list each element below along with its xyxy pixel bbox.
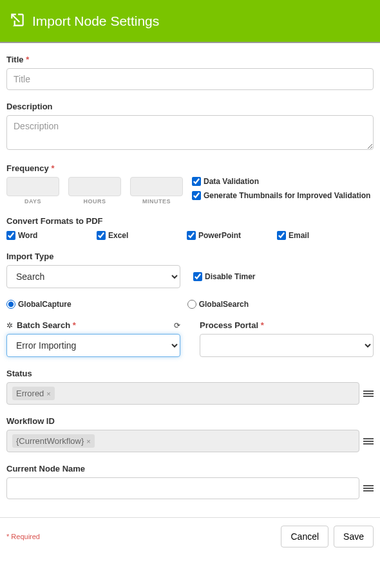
globalsearch-radio[interactable]: GlobalSearch [187,300,249,309]
disable-timer-checkbox[interactable]: Disable Timer [193,272,255,281]
import-type-label: Import Type [6,252,374,261]
frequency-label: Frequency * [6,163,374,173]
batch-search-col: ✲ Batch Search * ⟳ Error Importing [6,320,180,357]
import-type-group: Import Type Search Disable Timer [6,252,374,288]
workflow-id-group: Workflow ID {CurrentWorkflow} × [6,416,374,452]
dialog-footer: * Required Cancel Save [0,517,380,558]
status-label: Status [6,369,374,378]
minutes-input[interactable] [130,177,183,196]
batch-search-label: Batch Search * [17,320,76,330]
save-button[interactable]: Save [334,526,374,547]
status-field[interactable]: Errored × [6,382,359,405]
current-node-label: Current Node Name [6,464,374,473]
minutes-caption: MINUTES [142,198,171,205]
generate-thumbnails-checkbox[interactable]: Generate Thumbnails for Improved Validat… [192,191,370,200]
convert-email[interactable]: Email [277,231,341,240]
batch-search-select[interactable]: Error Importing [6,334,180,357]
source-group: GlobalCapture GlobalSearch ✲ Batch Searc… [6,300,374,357]
current-node-group: Current Node Name [6,464,374,499]
menu-icon[interactable] [363,390,374,397]
remove-tag-icon[interactable]: × [46,390,50,398]
current-node-field[interactable] [6,477,359,499]
generate-thumbnails-input[interactable] [192,191,201,200]
convert-group: Convert Formats to PDF Word Excel PowerP… [6,216,374,240]
hours-caption: HOURS [83,198,106,205]
convert-powerpoint[interactable]: PowerPoint [187,231,251,240]
title-label: Title * [6,55,374,64]
data-validation-input[interactable] [192,177,201,186]
generate-thumbnails-label: Generate Thumbnails for Improved Validat… [204,191,370,200]
dialog-header: Import Node Settings [0,0,380,43]
dialog-title: Import Node Settings [32,14,159,29]
title-group: Title * [6,55,374,90]
status-group: Status Errored × [6,369,374,405]
convert-label: Convert Formats to PDF [6,216,374,226]
data-validation-label: Data Validation [204,177,259,186]
menu-icon[interactable] [363,485,374,492]
remove-tag-icon[interactable]: × [86,437,90,445]
convert-excel[interactable]: Excel [97,231,161,240]
process-portal-select[interactable] [200,334,374,357]
globalcapture-radio[interactable]: GlobalCapture [6,300,71,309]
frequency-group: Frequency * DAYS HOURS MINUTES Data Vali… [6,163,374,205]
import-type-select[interactable]: Search [6,265,180,288]
cancel-button[interactable]: Cancel [281,526,328,547]
process-portal-col: Process Portal * [200,320,374,357]
frequency-hours: HOURS [68,177,121,205]
process-portal-label: Process Portal * [200,320,264,330]
description-input[interactable] [6,115,374,150]
menu-icon[interactable] [363,438,374,445]
frequency-days: DAYS [6,177,59,205]
frequency-minutes: MINUTES [130,177,183,205]
workflow-id-field[interactable]: {CurrentWorkflow} × [6,430,359,452]
status-tag: Errored × [12,387,55,400]
gear-icon[interactable]: ✲ [6,321,13,330]
days-caption: DAYS [24,198,41,205]
workflow-id-label: Workflow ID [6,416,374,426]
convert-word[interactable]: Word [6,231,71,240]
description-label: Description [6,102,374,111]
required-note: * Required [6,533,40,540]
form-body: Title * Description Frequency * DAYS HOU… [0,43,380,517]
title-input[interactable] [6,68,374,90]
description-group: Description [6,102,374,152]
data-validation-checkbox[interactable]: Data Validation [192,177,370,186]
refresh-icon[interactable]: ⟳ [174,321,180,330]
hours-input[interactable] [68,177,121,196]
workflow-id-tag: {CurrentWorkflow} × [12,434,95,448]
import-icon [9,12,26,30]
days-input[interactable] [6,177,59,196]
